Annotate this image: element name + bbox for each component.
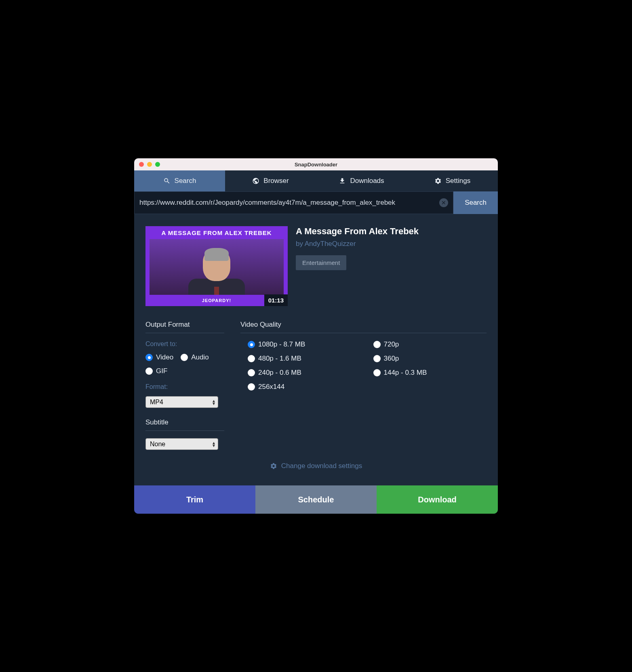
video-title: A Message From Alex Trebek: [296, 226, 487, 237]
format-select[interactable]: MP4: [145, 396, 218, 408]
tab-label: Settings: [446, 177, 470, 185]
tab-settings[interactable]: Settings: [407, 170, 498, 191]
video-thumbnail[interactable]: A MESSAGE FROM ALEX TREBEK JEOPARDY! 01:…: [145, 226, 288, 306]
url-input-container: ✕: [134, 191, 453, 214]
close-icon: ✕: [441, 200, 446, 206]
search-icon: [163, 177, 171, 185]
radio-icon: [248, 355, 255, 362]
tab-browser[interactable]: Browser: [225, 170, 316, 191]
video-quality-title: Video Quality: [240, 321, 487, 333]
subtitle-title: Subtitle: [145, 418, 224, 431]
radio-quality-720p[interactable]: 720p: [373, 340, 487, 349]
subtitle-section: Subtitle None ▲▼: [145, 418, 224, 450]
url-input[interactable]: [139, 199, 439, 207]
radio-quality-1080p[interactable]: 1080p - 8.7 MB: [248, 340, 361, 349]
main-tabs: Search Browser Downloads Settings: [134, 170, 498, 191]
tab-search[interactable]: Search: [134, 170, 225, 191]
clear-input-button[interactable]: ✕: [439, 198, 448, 207]
radio-icon: [373, 369, 381, 376]
change-download-settings-link[interactable]: Change download settings: [145, 450, 487, 477]
content-area: A MESSAGE FROM ALEX TREBEK JEOPARDY! 01:…: [134, 214, 498, 485]
radio-icon: [145, 354, 153, 361]
quality-options: 1080p - 8.7 MB 720p 480p - 1.6 MB 360p: [240, 340, 487, 391]
radio-icon: [248, 383, 255, 391]
download-button[interactable]: Download: [377, 485, 498, 514]
radio-quality-360p[interactable]: 360p: [373, 355, 487, 363]
subtitle-select-wrap: None ▲▼: [145, 438, 218, 450]
window-title: SnapDownloader: [134, 162, 498, 168]
thumbnail-image: [150, 239, 284, 295]
video-meta: A Message From Alex Trebek by AndyTheQui…: [296, 226, 487, 306]
radio-icon: [373, 341, 381, 348]
search-button[interactable]: Search: [453, 191, 498, 214]
radio-audio[interactable]: Audio: [181, 353, 209, 361]
radio-gif[interactable]: GIF: [145, 367, 167, 375]
video-author: by AndyTheQuizzer: [296, 240, 487, 248]
format-label: Format:: [145, 383, 224, 391]
radio-icon: [145, 368, 153, 375]
tab-label: Browser: [263, 177, 289, 185]
video-info-row: A MESSAGE FROM ALEX TREBEK JEOPARDY! 01:…: [145, 226, 487, 306]
convert-to-label: Convert to:: [145, 340, 224, 348]
output-format-title: Output Format: [145, 321, 224, 333]
gear-icon: [434, 177, 442, 185]
radio-icon: [181, 354, 188, 361]
globe-icon: [252, 177, 259, 185]
format-select-wrap: MP4 ▲▼: [145, 396, 218, 408]
author-link[interactable]: AndyTheQuizzer: [305, 240, 356, 248]
radio-quality-144p[interactable]: 144p - 0.3 MB: [373, 369, 487, 377]
radio-quality-480p[interactable]: 480p - 1.6 MB: [248, 355, 361, 363]
radio-icon: [248, 341, 255, 348]
thumbnail-overlay-title: A MESSAGE FROM ALEX TREBEK: [145, 226, 288, 239]
video-quality-column: Video Quality 1080p - 8.7 MB 720p 480p -…: [240, 321, 487, 450]
tab-label: Search: [175, 177, 196, 185]
trim-button[interactable]: Trim: [134, 485, 255, 514]
radio-quality-256x144[interactable]: 256x144: [248, 383, 361, 391]
search-bar: ✕ Search: [134, 191, 498, 214]
radio-quality-240p[interactable]: 240p - 0.6 MB: [248, 369, 361, 377]
subtitle-select[interactable]: None: [145, 438, 218, 450]
gear-icon: [270, 462, 277, 470]
options-row: Output Format Convert to: Video Audio GI…: [145, 321, 487, 450]
output-type-radios: Video Audio GIF: [145, 353, 224, 375]
schedule-button[interactable]: Schedule: [255, 485, 377, 514]
download-icon: [339, 177, 346, 185]
output-format-column: Output Format Convert to: Video Audio GI…: [145, 321, 224, 450]
radio-video[interactable]: Video: [145, 353, 173, 361]
category-tag[interactable]: Entertainment: [296, 255, 346, 270]
show-logo: JEOPARDY!: [202, 298, 231, 303]
radio-icon: [248, 369, 255, 376]
tab-label: Downloads: [350, 177, 384, 185]
action-bar: Trim Schedule Download: [134, 485, 498, 514]
tab-downloads[interactable]: Downloads: [316, 170, 407, 191]
radio-icon: [373, 355, 381, 362]
titlebar: SnapDownloader: [134, 158, 498, 170]
app-window: SnapDownloader Search Browser Downloads …: [134, 158, 498, 514]
video-duration: 01:13: [264, 294, 288, 306]
